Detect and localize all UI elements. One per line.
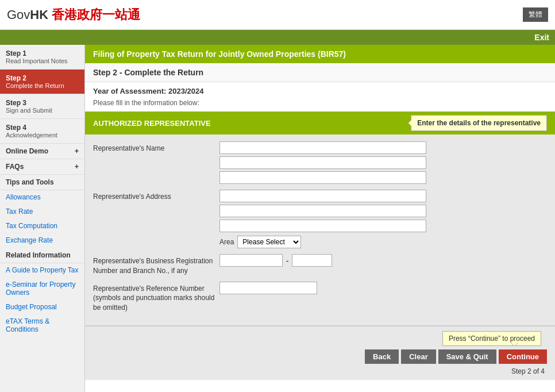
sidebar-step3[interactable]: Step 3 Sign and Submit [0,94,84,119]
fill-info: Please fill in the information below: [85,98,555,112]
step4-title: Step 4 [6,124,79,132]
save-quit-button[interactable]: Save & Quit [438,349,496,364]
area-label: Area [219,238,234,246]
rep-address-label: Representative's Address [93,190,219,202]
step3-subtitle: Sign and Submit [6,107,79,114]
ref-label: Representative's Reference Number (symbo… [93,282,219,313]
area-select[interactable]: Please Select Hong Kong Kowloon New Terr… [237,236,301,248]
sidebar-link-guide[interactable]: A Guide to Property Tax [0,263,84,278]
sidebar-online-demo[interactable]: Online Demo + [0,144,84,159]
rep-name-row: Representative's Name [93,141,547,184]
logo-hk: HK [30,7,48,22]
faqs-label: FAQs [6,163,24,171]
logo-gov: Gov [7,7,30,22]
rep-tooltip: Enter the details of the representative [411,115,547,131]
lang-button[interactable]: 繁體 [523,7,548,22]
auth-rep-header: AUTHORIZED REPRESENTATIVE Enter the deta… [85,112,555,134]
rep-name-input-1[interactable] [219,141,426,154]
exit-button[interactable]: Exit [534,32,549,43]
plus-icon: + [75,147,79,155]
rep-address-input-3[interactable] [219,220,426,232]
rep-address-inputs: Area Please Select Hong Kong Kowloon New… [219,190,547,248]
step-header: Step 2 - Complete the Return [85,63,555,82]
logo: Gov HK 香港政府一站通 [7,6,140,24]
brn-input-main[interactable] [219,254,283,267]
logo-chinese: 香港政府一站通 [52,6,140,24]
brn-row: Representative's Business Registration N… [93,254,547,276]
clear-button[interactable]: Clear [401,349,436,364]
ref-input[interactable] [219,282,317,294]
sidebar-link-taxrate[interactable]: Tax Rate [0,205,84,219]
sidebar-link-allowances[interactable]: Allowances [0,190,84,205]
sidebar-link-taxcomputation[interactable]: Tax Computation [0,219,84,233]
step2-subtitle: Complete the Return [6,82,79,89]
rep-address-input-2[interactable] [219,205,426,217]
sidebar-step4[interactable]: Step 4 Acknowledgement [0,119,84,144]
rep-name-label: Representative's Name [93,141,219,153]
brn-separator: - [286,256,288,265]
step-indicator: Step 2 of 4 [511,367,545,375]
sidebar-link-exchangerate[interactable]: Exchange Rate [0,233,84,248]
year-assessment: Year of Assessment: 2023/2024 [85,82,555,98]
layout: Step 1 Read Important Notes Step 2 Compl… [0,45,555,392]
main-content: Filing of Property Tax Return for Jointl… [85,45,555,392]
sidebar-faqs[interactable]: FAQs + [0,159,84,175]
sidebar-link-budget[interactable]: Budget Proposal [0,300,84,314]
sidebar-link-eseminar[interactable]: e-Seminar for Property Owners [0,278,84,300]
rep-name-input-2[interactable] [219,156,426,169]
step1-subtitle: Read Important Notes [6,57,79,64]
continue-button[interactable]: Continue [499,349,547,364]
brn-label: Representative's Business Registration N… [93,254,219,276]
rep-name-input-3[interactable] [219,171,426,184]
sidebar-step2[interactable]: Step 2 Complete the Return [0,70,84,94]
rep-address-row: Representative's Address Area Please Sel… [93,190,547,248]
brn-inputs: - [219,254,332,267]
action-buttons: Back Clear Save & Quit Continue [365,349,547,364]
page-title: Filing of Property Tax Return for Jointl… [85,45,555,63]
sidebar-step1[interactable]: Step 1 Read Important Notes [0,45,84,70]
header: Gov HK 香港政府一站通 繁體 [0,0,555,30]
step2-title: Step 2 [6,74,79,82]
section-title: AUTHORIZED REPRESENTATIVE [93,119,211,128]
online-demo-label: Online Demo [6,147,48,155]
continue-tooltip: Press “Continue” to proceed [442,331,541,346]
rep-name-inputs [219,141,547,184]
step4-subtitle: Acknowledgement [6,132,79,139]
plus-icon-faqs: + [75,163,79,171]
rep-address-input-1[interactable] [219,190,426,202]
sidebar-link-terms[interactable]: eTAX Terms & Conditions [0,314,84,337]
bottom-bar: Press “Continue” to proceed Back Clear S… [85,325,555,380]
sidebar-tips-tools: Tips and Tools [0,175,84,190]
brn-input-branch[interactable] [292,254,332,267]
back-button[interactable]: Back [365,349,399,364]
sidebar-related-info: Related Information [0,248,84,263]
ref-row: Representative's Reference Number (symbo… [93,282,547,313]
step1-title: Step 1 [6,49,79,57]
area-row: Area Please Select Hong Kong Kowloon New… [219,236,547,248]
form-area: Representative's Name Representative's A… [85,134,555,325]
step3-title: Step 3 [6,99,79,107]
sidebar: Step 1 Read Important Notes Step 2 Compl… [0,45,85,392]
topbar: Exit [0,30,555,45]
